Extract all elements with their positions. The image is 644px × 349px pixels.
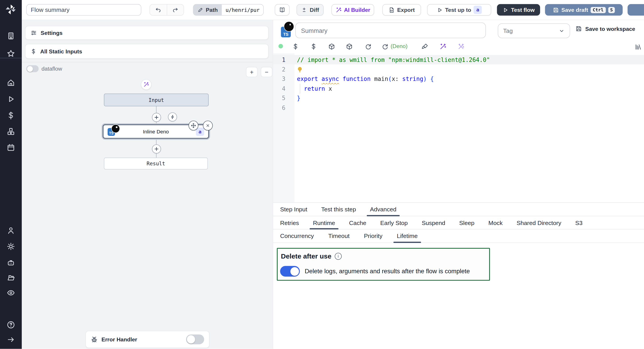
- tab-cache[interactable]: Cache: [349, 216, 366, 229]
- tag-select[interactable]: Tag: [498, 23, 570, 38]
- runs-play-icon[interactable]: [6, 95, 15, 103]
- topbar: Path u/henri/pur Diff AI Builder Export …: [22, 0, 644, 20]
- zoom-in-button[interactable]: +: [246, 67, 258, 77]
- code-line[interactable]: 5}: [273, 93, 644, 103]
- flow-result-node[interactable]: Result: [104, 158, 208, 169]
- save-to-workspace-button[interactable]: Save to workspace: [575, 25, 635, 32]
- step-id-badge: a: [474, 6, 482, 14]
- delete-step-button[interactable]: [203, 121, 213, 130]
- tab-mock[interactable]: Mock: [488, 216, 503, 229]
- collapse-sidebar-arrow-icon[interactable]: [6, 335, 15, 344]
- redo-button[interactable]: [166, 4, 184, 15]
- reload-icon[interactable]: [365, 43, 372, 50]
- info-icon[interactable]: i: [335, 253, 342, 260]
- docs-book-button[interactable]: [275, 4, 290, 15]
- tab-runtime[interactable]: Runtime: [313, 216, 335, 229]
- bug-icon: [91, 336, 98, 343]
- assets-dollar-icon[interactable]: [292, 43, 299, 50]
- code-line[interactable]: 6: [273, 103, 644, 113]
- code-action-lightbulb-icon[interactable]: [297, 66, 303, 73]
- flow-graph-panel: Settings All Static Inputs dataflow + − …: [22, 20, 272, 349]
- ai-wand-off-icon[interactable]: [458, 43, 464, 50]
- audit-eye-icon[interactable]: [6, 289, 15, 297]
- tab-early-stop[interactable]: Early Stop: [380, 216, 408, 229]
- ai-builder-button[interactable]: AI Builder: [332, 4, 374, 15]
- dollar-icon: [30, 48, 37, 54]
- export-button[interactable]: Export: [382, 4, 421, 15]
- path-button[interactable]: Path u/henri/pur: [193, 4, 264, 15]
- kbd-ctrl: Ctrl: [590, 7, 606, 13]
- tag-placeholder: Tag: [503, 27, 513, 34]
- dataflow-toggle[interactable]: [26, 65, 39, 72]
- settings-gear-icon[interactable]: [6, 242, 15, 251]
- code-line[interactable]: 1// import * as wmill from "npm:windmill…: [273, 55, 644, 64]
- tab-lifetime[interactable]: Lifetime: [397, 230, 418, 243]
- help-icon[interactable]: [6, 321, 15, 329]
- flow-settings-button[interactable]: Settings: [25, 26, 268, 40]
- sliders-icon: [30, 29, 37, 36]
- step-node-label: Inline Deno: [143, 129, 169, 134]
- language-label[interactable]: (Deno): [391, 43, 408, 49]
- flow-summary-input[interactable]: [26, 4, 141, 15]
- workspace-building-icon[interactable]: [6, 31, 15, 40]
- ai-wand-icon[interactable]: [440, 43, 446, 50]
- error-handler-toggle[interactable]: [186, 335, 204, 344]
- test-up-to-button[interactable]: Test up to a: [427, 4, 491, 15]
- zoom-out-button[interactable]: −: [261, 67, 272, 77]
- workers-robot-icon[interactable]: [6, 259, 15, 267]
- delete-after-use-toggle[interactable]: [280, 266, 300, 277]
- metrics-icon[interactable]: [634, 43, 642, 50]
- tab-sleep[interactable]: Sleep: [459, 216, 474, 229]
- editor-toolbar: (Deno): [273, 41, 644, 52]
- ai-flow-builder-button[interactable]: [141, 79, 152, 90]
- home-icon[interactable]: [6, 78, 15, 87]
- tab-test-this-step[interactable]: Test this step: [321, 203, 356, 216]
- all-static-inputs-label: All Static Inputs: [40, 48, 82, 54]
- step-summary-input[interactable]: [296, 22, 486, 38]
- save-draft-label: Save draft: [561, 7, 588, 13]
- tab-shared-directory[interactable]: Shared Directory: [516, 216, 561, 229]
- folders-icon[interactable]: [6, 273, 15, 282]
- windmill-logo-icon[interactable]: [4, 3, 17, 16]
- resources-cubes-icon[interactable]: [6, 127, 15, 136]
- tab-priority[interactable]: Priority: [364, 230, 382, 243]
- code-line[interactable]: 3export async function main(x: string) {: [273, 74, 644, 84]
- tab-suspend[interactable]: Suspend: [422, 216, 445, 229]
- undo-button[interactable]: [150, 4, 166, 15]
- add-step-button[interactable]: [152, 145, 161, 153]
- package-icon[interactable]: [328, 43, 335, 50]
- flow-input-node[interactable]: Input: [104, 94, 209, 106]
- play-icon: [502, 7, 509, 13]
- variables-dollar-icon[interactable]: [310, 43, 317, 50]
- error-handler-card[interactable]: Error Handler: [86, 331, 210, 348]
- reset-language-icon[interactable]: [382, 43, 388, 50]
- ai-builder-label: AI Builder: [344, 7, 370, 13]
- code-editor[interactable]: 1// import * as wmill from "npm:windmill…: [273, 55, 644, 202]
- all-static-inputs-button[interactable]: All Static Inputs: [25, 44, 268, 59]
- schedules-calendar-icon[interactable]: [6, 143, 15, 152]
- tab-concurrency[interactable]: Concurrency: [280, 230, 314, 243]
- tab-retries[interactable]: Retries: [280, 216, 299, 229]
- format-brush-icon[interactable]: [421, 43, 428, 50]
- save-draft-button[interactable]: Save draft Ctrl S: [545, 4, 622, 15]
- add-trigger-button[interactable]: [168, 112, 177, 121]
- code-line[interactable]: 4 return x: [273, 84, 644, 93]
- favorites-star-icon[interactable]: [6, 49, 15, 58]
- user-icon[interactable]: [6, 226, 15, 235]
- tab-step-input[interactable]: Step Input: [280, 203, 307, 216]
- plus-icon: [154, 115, 159, 120]
- move-step-button[interactable]: [188, 121, 198, 130]
- save-flow-button[interactable]: [628, 4, 644, 15]
- code-line[interactable]: 2: [273, 64, 644, 74]
- chevron-down-icon: [558, 28, 565, 34]
- tab-timeout[interactable]: Timeout: [328, 230, 350, 243]
- diff-button[interactable]: Diff: [296, 4, 324, 15]
- variables-dollar-icon[interactable]: [6, 111, 15, 120]
- save-to-workspace-label: Save to workspace: [585, 26, 635, 32]
- tab-s3[interactable]: S3: [575, 216, 582, 229]
- tab-advanced[interactable]: Advanced: [370, 203, 396, 216]
- plus-icon: [154, 147, 159, 151]
- package-icon[interactable]: [346, 43, 353, 50]
- test-flow-button[interactable]: Test flow: [497, 4, 540, 15]
- add-step-button[interactable]: [152, 113, 161, 122]
